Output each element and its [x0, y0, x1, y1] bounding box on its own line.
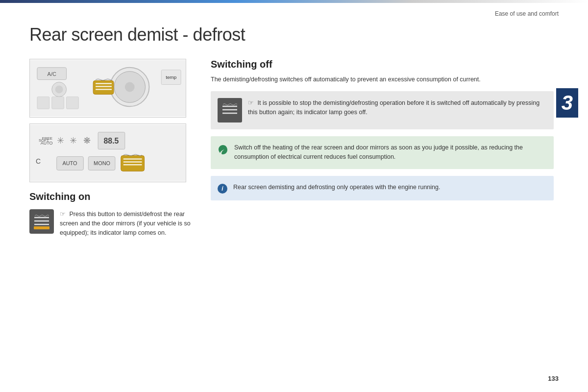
page-title: Rear screen demist - defrost	[29, 24, 245, 45]
svg-text:SOFT: SOFT	[39, 138, 49, 143]
defrost-icon-svg-off	[220, 100, 240, 120]
svg-text:❋: ❋	[83, 136, 91, 146]
svg-rect-14	[37, 97, 49, 109]
svg-text:temp: temp	[166, 74, 177, 80]
finger-symbol: ☞	[60, 210, 66, 218]
panel-svg-bottom: FREE AUTO SOFT ✳ ✳ ❋ 88.5 C AUTO MONO	[30, 124, 186, 182]
switching-off-desc: The demisting/defrosting switches off au…	[211, 75, 554, 84]
switching-off-title: Switching off	[211, 59, 554, 70]
page-number: 133	[548, 375, 559, 382]
eco-note-text: Switch off the heating of the rear scree…	[234, 143, 547, 162]
right-column: Switching off The demisting/defrosting s…	[211, 59, 554, 207]
eco-info-box: Switch off the heating of the rear scree…	[211, 136, 554, 169]
switching-off-instruction-text: ☞ It is possible to stop the demisting/d…	[248, 98, 547, 118]
leaf-icon	[218, 144, 228, 155]
svg-text:✳: ✳	[57, 136, 64, 146]
svg-rect-36	[34, 226, 49, 229]
demist-svg	[32, 212, 51, 231]
finger-symbol-off: ☞	[248, 99, 254, 106]
leaf-svg	[218, 144, 228, 155]
switching-on-row: ☞ Press this button to demist/defrost th…	[29, 209, 196, 237]
switching-off-info-box: ☞ It is possible to stop the demisting/d…	[211, 91, 554, 129]
panel-image-bottom: FREE AUTO SOFT ✳ ✳ ❋ 88.5 C AUTO MONO	[29, 123, 186, 182]
switching-on-title: Switching on	[29, 191, 196, 202]
defrost-icon-box-off	[218, 98, 242, 122]
svg-text:A/C: A/C	[48, 71, 56, 77]
header-section: Ease of use and comfort	[495, 3, 559, 20]
svg-point-5	[125, 82, 135, 92]
left-column: A/C temp	[29, 59, 196, 243]
info-i-icon: i	[218, 184, 227, 194]
panel-svg-top: A/C temp	[30, 59, 186, 117]
svg-rect-31	[121, 155, 145, 171]
switching-on-instruction: ☞ Press this button to demist/defrost th…	[60, 209, 196, 237]
svg-rect-6	[93, 81, 114, 95]
info-note-box: i Rear screen demisting and defrosting o…	[211, 176, 554, 200]
svg-text:88.5: 88.5	[103, 137, 119, 145]
svg-point-11	[55, 86, 63, 94]
chapter-number: 3	[556, 88, 578, 118]
ease-of-use-label: Ease of use and comfort	[495, 10, 559, 17]
svg-text:C: C	[36, 157, 41, 165]
svg-text:✳: ✳	[70, 136, 77, 146]
panel-image-top: A/C temp	[29, 59, 186, 118]
svg-rect-16	[67, 97, 79, 109]
demist-button-icon	[29, 209, 54, 234]
svg-text:MONO: MONO	[94, 160, 110, 166]
svg-text:AUTO: AUTO	[62, 160, 77, 166]
svg-rect-15	[52, 97, 64, 109]
info-note-text: Rear screen demisting and defrosting onl…	[233, 183, 547, 192]
